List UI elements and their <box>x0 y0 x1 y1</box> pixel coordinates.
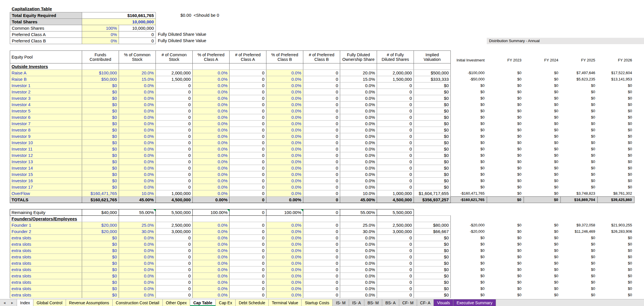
dist-cell[interactable]: $0 <box>487 171 524 178</box>
cell[interactable]: 0.0% <box>193 76 230 82</box>
col-header-num-common-stock[interactable]: # of Common Stock <box>156 51 193 63</box>
col-header-num-preferred-a[interactable]: # of Preferred Class A <box>230 51 266 63</box>
dist-cell[interactable]: $0 <box>561 260 598 266</box>
sheet-tab-construction-cost-detail[interactable]: Construction Cost Detail <box>113 299 163 306</box>
cell[interactable]: 0.0% <box>119 279 156 286</box>
sheet-tab-cap-table[interactable]: Cap Table <box>190 299 216 306</box>
summary-label-total-equity-required[interactable]: Total Equity Required <box>10 12 82 18</box>
dist-cell[interactable]: $16,869,704 <box>561 197 598 203</box>
cell[interactable]: 0.0% <box>193 70 230 76</box>
dist-cell[interactable]: $0 <box>561 273 598 279</box>
cell[interactable]: $0 <box>414 102 451 108</box>
dist-cell[interactable]: $17,522,604 <box>598 70 634 76</box>
cell[interactable]: $0 <box>82 133 119 140</box>
dist-cell[interactable]: $0 <box>598 171 634 178</box>
cell[interactable]: 0.0% <box>266 127 303 133</box>
cell[interactable]: 0.0% <box>266 241 303 247</box>
cell[interactable]: 0 <box>377 102 414 108</box>
cell[interactable]: 0 <box>230 165 266 171</box>
cell[interactable]: 0.0% <box>119 140 156 146</box>
row-label[interactable]: Investor 15 <box>10 171 82 178</box>
dist-cell[interactable]: $0 <box>524 133 561 140</box>
dist-cell[interactable]: $0 <box>524 254 561 260</box>
cell[interactable]: 0 <box>230 279 266 286</box>
cell[interactable]: 0.00% <box>193 197 230 203</box>
cell[interactable]: $0 <box>82 184 119 190</box>
cell[interactable]: 0.0% <box>340 108 377 114</box>
cell[interactable]: 0 <box>156 89 193 95</box>
cell[interactable]: 0.0% <box>119 108 156 114</box>
dist-cell[interactable]: $0 <box>487 228 524 235</box>
cell[interactable]: $0 <box>414 247 451 254</box>
cell[interactable] <box>119 63 156 70</box>
cell[interactable]: $0 <box>82 235 119 241</box>
cell[interactable]: 0 <box>230 171 266 178</box>
cell[interactable]: 0 <box>303 114 340 121</box>
col-header-fy-2025[interactable]: FY 2025 <box>561 51 598 63</box>
col-header-fy-2026[interactable]: FY 2026 <box>598 51 634 63</box>
cell[interactable]: 45.00% <box>119 197 156 203</box>
cell[interactable]: $356,937,257 <box>414 197 451 203</box>
cell[interactable]: 0 <box>156 292 193 298</box>
cell[interactable]: 0 <box>377 114 414 121</box>
row-label[interactable]: extra slots <box>10 273 82 279</box>
cell[interactable]: 0 <box>230 121 266 127</box>
cell[interactable] <box>377 63 414 70</box>
cell[interactable]: 0.0% <box>340 279 377 286</box>
cell[interactable]: $0 <box>82 152 119 159</box>
cell[interactable] <box>303 216 340 222</box>
preferred-class-a-pct[interactable]: 0% <box>82 31 119 37</box>
cell[interactable]: 1,000,000 <box>377 190 414 197</box>
cell[interactable]: 0 <box>230 190 266 197</box>
cell[interactable]: $0 <box>414 254 451 260</box>
cell[interactable]: 0 <box>303 197 340 203</box>
dist-cell[interactable]: $0 <box>561 121 598 127</box>
dist-cell[interactable]: $0 <box>524 260 561 266</box>
cell[interactable]: $0 <box>414 241 451 247</box>
cell[interactable]: $0 <box>82 171 119 178</box>
cell[interactable]: $0 <box>82 286 119 292</box>
cell[interactable] <box>119 216 156 222</box>
cell[interactable]: 0.0% <box>340 146 377 152</box>
dist-cell[interactable]: $0 <box>451 235 487 241</box>
cell[interactable]: 0.0% <box>266 82 303 89</box>
dist-cell[interactable]: $0 <box>451 266 487 273</box>
dist-cell[interactable]: $0 <box>598 241 634 247</box>
cell[interactable]: 0 <box>303 247 340 254</box>
cell[interactable]: 0.0% <box>193 89 230 95</box>
cell[interactable]: $0 <box>414 127 451 133</box>
cell[interactable]: $0 <box>414 184 451 190</box>
cell[interactable]: 0 <box>156 127 193 133</box>
cell[interactable]: 0 <box>303 76 340 82</box>
cell[interactable]: 0 <box>377 159 414 165</box>
col-header-fully-diluted-ownership[interactable]: Fully Diluted Ownership Share <box>340 51 377 63</box>
dist-cell[interactable]: $0 <box>561 241 598 247</box>
summary-label-common-shares[interactable]: Common Shares <box>10 25 82 31</box>
dist-cell[interactable]: $0 <box>561 178 598 184</box>
cell[interactable]: 0.0% <box>193 152 230 159</box>
dist-cell[interactable]: $0 <box>451 102 487 108</box>
dist-cell[interactable]: $0 <box>487 279 524 286</box>
cell[interactable]: 0.0% <box>193 95 230 102</box>
cell[interactable]: 0.0% <box>193 184 230 190</box>
cell[interactable]: 0 <box>230 260 266 266</box>
dist-cell[interactable]: $0 <box>524 197 561 203</box>
cell[interactable]: 0 <box>156 247 193 254</box>
cell[interactable]: $0 <box>82 247 119 254</box>
cell[interactable]: 0 <box>230 197 266 203</box>
cell[interactable]: 0 <box>230 133 266 140</box>
dist-cell[interactable]: $0 <box>598 108 634 114</box>
cell[interactable]: 0 <box>377 286 414 292</box>
summary-label-preferred-class-a[interactable]: Preferred Class A <box>10 31 82 37</box>
cell[interactable]: 0.0% <box>340 140 377 146</box>
cell[interactable]: 0.0% <box>193 247 230 254</box>
dist-cell[interactable]: $0 <box>598 235 634 241</box>
cell[interactable]: 0.0% <box>193 286 230 292</box>
cell[interactable]: $0 <box>82 260 119 266</box>
cell[interactable]: $0 <box>82 82 119 89</box>
row-label[interactable]: extra slots <box>10 235 82 241</box>
cell[interactable] <box>156 63 193 70</box>
cell[interactable]: 0 <box>377 95 414 102</box>
col-header-implied-valuation[interactable]: Implied Valuation <box>414 51 451 63</box>
cell[interactable]: 0 <box>230 82 266 89</box>
